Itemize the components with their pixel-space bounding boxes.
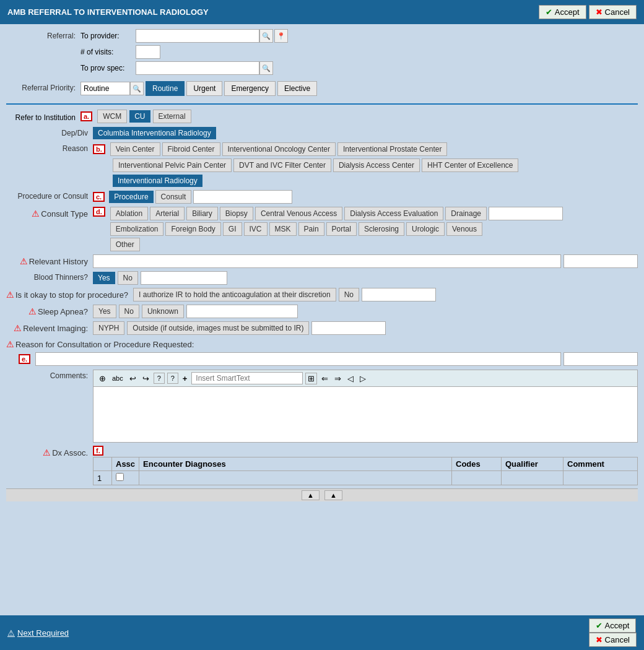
comments-redo-button[interactable]: ↪: [141, 373, 151, 384]
reason-consult-input[interactable]: [35, 352, 561, 366]
consult-type-row: ⚠Consult Type d. Ablation Arterial Bilia…: [6, 207, 638, 251]
next-required-button[interactable]: ⚠ Next Required: [7, 628, 69, 638]
to-provider-pin-button[interactable]: 📍: [274, 29, 288, 43]
comments-arrow-left2[interactable]: ◁: [346, 373, 355, 384]
consult-sclerosing[interactable]: Sclerosing: [359, 222, 404, 236]
imaging-outside[interactable]: Outside (if outside, images must be subm…: [127, 321, 309, 335]
institution-cu-button[interactable]: CU: [129, 110, 150, 123]
relevant-imaging-req-icon: ⚠: [14, 323, 22, 333]
reason-interventional-radiology[interactable]: Interventional Radiology: [113, 175, 202, 187]
prov-spec-search-button[interactable]: 🔍: [259, 61, 273, 75]
procedure-button[interactable]: Procedure: [109, 191, 153, 203]
dx-row-checkbox[interactable]: [116, 473, 124, 481]
to-provider-input[interactable]: [136, 29, 259, 43]
consult-type-inner: d. Ablation Arterial Biliary Biopsy Cent…: [93, 207, 638, 251]
consult-dialysis-access-eval[interactable]: Dialysis Access Evaluation: [344, 207, 443, 220]
reason-hht[interactable]: HHT Center of Excellence: [422, 158, 519, 172]
priority-routine-button[interactable]: Routine: [146, 81, 185, 96]
blood-thinners-no[interactable]: No: [118, 271, 138, 285]
annotation-e: e.: [19, 354, 30, 364]
consult-foreign-body[interactable]: Foreign Body: [165, 222, 220, 236]
imaging-nyph[interactable]: NYPH: [93, 321, 124, 335]
stop-procedure-no-button[interactable]: No: [339, 288, 359, 301]
blood-thinners-extra[interactable]: [141, 271, 227, 285]
consult-central-venous[interactable]: Central Venous Access: [255, 207, 342, 220]
consult-embolization[interactable]: Embolization: [110, 222, 164, 236]
reason-vein-center[interactable]: Vein Center: [110, 142, 160, 156]
consult-button[interactable]: Consult: [155, 190, 192, 204]
annotation-f: f.: [93, 446, 103, 456]
comments-arrow-right[interactable]: ⇒: [333, 373, 343, 384]
sleep-apnea-yes[interactable]: Yes: [93, 305, 116, 318]
comments-arrow-right2[interactable]: ▷: [358, 373, 368, 384]
consult-biliary[interactable]: Biliary: [186, 207, 218, 220]
procedure-consult-label: Procedure or Consult: [6, 190, 93, 201]
comments-help2-button[interactable]: ?: [167, 373, 178, 384]
consult-venous[interactable]: Venous: [446, 222, 482, 236]
reason-consult-extra[interactable]: [564, 352, 638, 366]
scroll-down-button[interactable]: ▲: [324, 490, 342, 500]
reason-dvt-ivc[interactable]: DVT and IVC Filter Center: [233, 158, 331, 172]
scroll-up-button[interactable]: ▲: [302, 490, 320, 500]
prov-spec-label: To prov spec:: [80, 64, 133, 72]
consult-other[interactable]: Other: [110, 238, 140, 251]
consult-ablation[interactable]: Ablation: [110, 207, 148, 220]
priority-urgent-button[interactable]: Urgent: [186, 81, 222, 96]
consult-gi[interactable]: GI: [223, 222, 242, 236]
comments-insert-icon[interactable]: ⊞: [305, 373, 317, 384]
comments-arrow-left[interactable]: ⇐: [320, 373, 330, 384]
reason-interventional-prostate[interactable]: Interventional Prostate Center: [337, 142, 447, 156]
consult-ivc[interactable]: IVC: [244, 222, 268, 236]
header-cancel-button[interactable]: ✖ Cancel: [589, 5, 637, 19]
comments-add-button[interactable]: +: [181, 373, 189, 384]
annotation-a: a.: [80, 111, 92, 121]
relevant-history-input[interactable]: [93, 254, 561, 268]
dx-row-num: 1: [94, 471, 112, 485]
priority-search-input[interactable]: [80, 82, 130, 95]
blood-thinners-yes[interactable]: Yes: [93, 272, 115, 284]
x-icon: ✖: [596, 7, 603, 17]
comments-help1-button[interactable]: ?: [154, 373, 165, 384]
reason-fibroid-center[interactable]: Fibroid Center: [162, 142, 220, 156]
dep-div-active-button[interactable]: Columbia Interventional Radiology: [93, 127, 216, 139]
prov-spec-input[interactable]: Interventional Rad: [136, 61, 259, 75]
blood-thinners-row: Blood Thinners? Yes No: [6, 271, 638, 285]
consult-extra-input[interactable]: [489, 207, 563, 220]
smart-text-input[interactable]: [191, 372, 303, 384]
to-provider-search-button[interactable]: 🔍: [259, 29, 273, 43]
institution-external-button[interactable]: External: [153, 110, 191, 123]
relevant-history-extra[interactable]: [564, 254, 638, 268]
consult-portal[interactable]: Portal: [326, 222, 357, 236]
procedure-extra-input[interactable]: [193, 190, 292, 204]
comments-undo-button[interactable]: ↩: [128, 373, 138, 384]
sleep-apnea-unknown[interactable]: Unknown: [142, 305, 184, 318]
reason-dialysis-access[interactable]: Dialysis Access Center: [333, 158, 420, 172]
priority-elective-button[interactable]: Elective: [277, 81, 317, 96]
stop-procedure-extra[interactable]: [362, 288, 436, 301]
prov-spec-row: To prov spec: Interventional Rad 🔍: [80, 61, 288, 75]
to-provider-label: To provider:: [80, 32, 133, 40]
sleep-apnea-no[interactable]: No: [119, 305, 139, 318]
footer-cancel-button[interactable]: ✖ Cancel: [589, 633, 637, 647]
stop-procedure-authorize-button[interactable]: I authorize IR to hold the anticoagulati…: [133, 288, 336, 301]
consult-biopsy[interactable]: Biopsy: [220, 207, 253, 220]
consult-arterial[interactable]: Arterial: [150, 207, 185, 220]
footer-accept-button[interactable]: ✔ Accept: [589, 618, 637, 633]
reason-interventional-oncology[interactable]: Interventional Oncology Center: [222, 142, 336, 156]
comments-text-area[interactable]: [93, 387, 638, 443]
sleep-apnea-extra[interactable]: [186, 305, 298, 318]
comments-zoom-in-button[interactable]: ⊕: [97, 373, 108, 384]
consult-drainage[interactable]: Drainage: [445, 207, 487, 220]
header-accept-button[interactable]: ✔ Accept: [539, 5, 586, 19]
comments-abc-button[interactable]: abc: [110, 374, 125, 383]
imaging-extra[interactable]: [311, 321, 386, 335]
consult-msk[interactable]: MSK: [269, 222, 297, 236]
consult-urologic[interactable]: Urologic: [406, 222, 445, 236]
reason-consult-req-icon: ⚠: [6, 339, 14, 349]
institution-wcm-button[interactable]: WCM: [97, 110, 127, 123]
priority-search-button[interactable]: 🔍: [130, 82, 144, 95]
priority-emergency-button[interactable]: Emergency: [224, 81, 276, 96]
visits-input[interactable]: 1: [136, 45, 160, 59]
reason-pelvic-pain[interactable]: Interventional Pelvic Pain Center: [113, 158, 232, 172]
consult-pain[interactable]: Pain: [298, 222, 324, 236]
